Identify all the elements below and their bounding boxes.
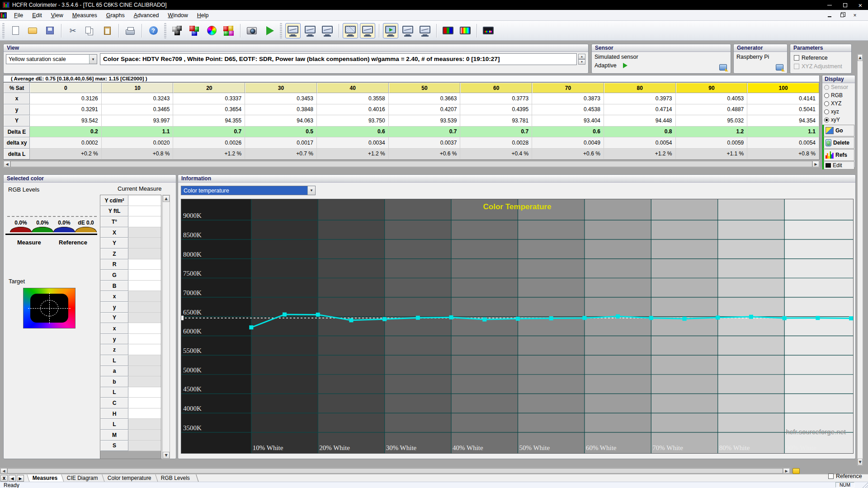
measure-row-value: [128, 398, 161, 408]
sat-col-header: 20: [173, 83, 245, 93]
open-file-icon[interactable]: [25, 23, 40, 38]
sat-row-label: y: [4, 104, 30, 116]
scroll-right-icon[interactable]: ▶: [812, 161, 819, 167]
sat-row-label: delta L: [4, 149, 30, 160]
measure-row-value: [128, 195, 161, 206]
scroll-up-icon[interactable]: ▲: [163, 195, 170, 202]
spin-down-icon[interactable]: ▼: [578, 59, 585, 65]
table-hscroll-thumb[interactable]: [10, 161, 812, 167]
rgb-reference-line: [7, 216, 97, 217]
saturations-measure-icon[interactable]: [204, 23, 219, 38]
measure-row-label: a: [100, 366, 128, 377]
maximize-icon[interactable]: [837, 0, 853, 10]
display-radio-xyz[interactable]: XYZ: [822, 99, 855, 108]
display-panel: Display SensorRGBXYZxyzxyY Go Delete Ref…: [822, 75, 855, 168]
about-help-icon[interactable]: ?: [146, 23, 161, 38]
dark-pattern-icon[interactable]: [481, 23, 496, 38]
minimize-icon[interactable]: [822, 0, 837, 10]
tab-next-icon[interactable]: ▶: [17, 475, 24, 482]
measures-view-icon[interactable]: [417, 23, 433, 38]
reference-checkbox[interactable]: Reference: [794, 55, 828, 61]
luminance-view-icon[interactable]: [302, 23, 318, 38]
menu-item-help[interactable]: Help: [193, 10, 213, 20]
rgb-pattern-icon[interactable]: [440, 23, 456, 38]
edit-button[interactable]: Edit: [824, 161, 854, 169]
sat-cell: 0.7: [389, 127, 461, 138]
scroll-right-icon[interactable]: ▶: [783, 468, 790, 474]
print-icon[interactable]: [123, 23, 138, 38]
measure-row-label: x: [100, 323, 128, 334]
main-hscrollbar[interactable]: ◀ ▶: [0, 468, 790, 474]
menu-item-graphs[interactable]: Graphs: [102, 10, 129, 20]
mdi-minimize-icon[interactable]: [826, 13, 833, 18]
close-icon[interactable]: ×: [853, 0, 868, 10]
sensor-play-icon[interactable]: [623, 63, 627, 68]
reference-checkbox-box[interactable]: [794, 55, 799, 61]
information-dropdown[interactable]: Color temperature ▼: [181, 186, 316, 195]
sat-col-header: 100: [747, 83, 819, 93]
display-radio-xyy[interactable]: xyY: [822, 116, 855, 124]
menu-item-edit[interactable]: Edit: [28, 10, 47, 20]
save-file-icon[interactable]: [42, 23, 57, 38]
tab-prev-icon[interactable]: ◀: [9, 475, 16, 482]
display-radio-xyz[interactable]: xyz: [822, 108, 855, 116]
go-button[interactable]: Go: [824, 125, 854, 136]
scroll-down-icon[interactable]: ▼: [163, 452, 170, 459]
mdi-close-icon[interactable]: ×: [852, 13, 858, 18]
rgb-levels-view-icon[interactable]: [383, 23, 398, 38]
tab-close-button[interactable]: X: [0, 475, 8, 482]
spin-up-icon[interactable]: ▲: [578, 54, 585, 59]
scroll-left-icon[interactable]: ◀: [0, 468, 7, 474]
gradient-pattern-icon[interactable]: [458, 23, 473, 38]
copy-icon[interactable]: [82, 23, 98, 38]
svg-text:60% White: 60% White: [586, 444, 617, 451]
generator-config-icon[interactable]: [776, 64, 783, 70]
scroll-left-icon[interactable]: ◀: [4, 161, 10, 167]
menu: FileEditViewMeasuresGraphsAdvancedWindow…: [9, 10, 213, 20]
measure-vscrollbar[interactable]: ▲ ▼: [162, 195, 170, 459]
menu-item-advanced[interactable]: Advanced: [129, 10, 164, 20]
menu-item-file[interactable]: File: [9, 10, 28, 20]
view-panel: View Yellow saturation scale ▼ Color Spa…: [3, 44, 589, 74]
menu-item-measures[interactable]: Measures: [68, 10, 102, 20]
scroll-down-icon[interactable]: ▼: [858, 459, 863, 465]
cut-icon[interactable]: [65, 23, 80, 38]
tab-rgb-levels[interactable]: RGB Levels: [155, 474, 199, 482]
display-radio-rgb[interactable]: RGB: [822, 91, 855, 99]
table-hscrollbar[interactable]: ◀ ▶: [3, 160, 820, 168]
sensor-config-icon[interactable]: [719, 64, 727, 70]
menu-item-window[interactable]: Window: [163, 10, 192, 20]
bottom-reference-checkbox[interactable]: Reference: [828, 473, 862, 479]
primaries-measure-icon[interactable]: [187, 23, 202, 38]
measure-row: Y: [100, 313, 161, 324]
tab-measures[interactable]: Measures: [27, 474, 66, 482]
paste-icon[interactable]: [99, 23, 115, 38]
cie-view-icon[interactable]: [400, 23, 415, 38]
tab-cie-diagram[interactable]: CIE Diagram: [61, 474, 107, 482]
refs-icon: [826, 151, 834, 159]
svg-text:8500K: 8500K: [183, 231, 202, 239]
measure-row: L: [100, 387, 161, 398]
tab-bar: X ◀ ▶ MeasuresCIE DiagramColor temperatu…: [0, 474, 868, 482]
sat-cell: 0.0026: [173, 137, 245, 149]
gamut-view-icon[interactable]: [320, 23, 335, 38]
new-file-icon[interactable]: [8, 23, 23, 38]
grayscale-measure-icon[interactable]: [170, 23, 185, 38]
main-vscrollbar[interactable]: ▲ ▼: [857, 54, 863, 466]
measure-row-value: [128, 302, 161, 313]
run-measure-icon[interactable]: [261, 23, 277, 38]
refs-button[interactable]: Refs: [824, 149, 854, 161]
scroll-up-icon[interactable]: ▲: [858, 54, 863, 61]
menu-item-view[interactable]: View: [47, 10, 68, 20]
all-measures-icon[interactable]: [221, 23, 236, 38]
gamma-view-icon[interactable]: [285, 23, 301, 38]
delete-button[interactable]: Delete: [824, 137, 854, 149]
mdi-restore-icon[interactable]: [839, 13, 845, 18]
snapshot-icon[interactable]: [244, 23, 259, 38]
view-scale-dropdown[interactable]: Yellow saturation scale ▼: [6, 54, 97, 64]
main-hscroll-thumb[interactable]: [7, 468, 783, 474]
nearblack-view-icon[interactable]: [343, 23, 358, 38]
nearwhite-view-icon[interactable]: [360, 23, 375, 38]
measure-row-value: [128, 408, 161, 419]
tab-color-temperature[interactable]: Color temperature: [102, 474, 160, 482]
